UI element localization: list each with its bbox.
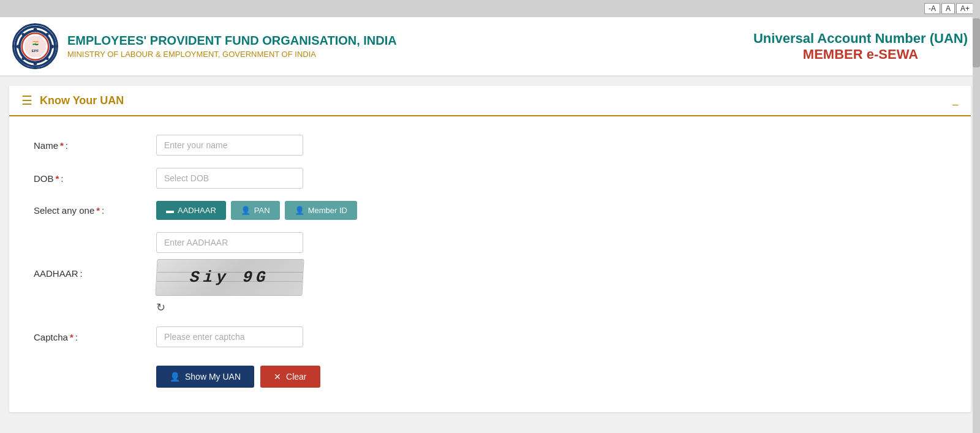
captcha-image: Siy 9G <box>155 259 304 296</box>
svg-point-10 <box>50 45 54 48</box>
svg-point-12 <box>46 57 49 60</box>
dob-required: * <box>56 173 59 184</box>
sewa-title: MEMBER e-SEWA <box>753 47 968 62</box>
svg-point-7 <box>34 28 37 31</box>
font-large-button[interactable]: A+ <box>956 3 974 14</box>
font-small-button[interactable]: -A <box>924 3 940 14</box>
dob-row: DOB * : <box>34 168 946 189</box>
svg-point-9 <box>17 45 20 48</box>
refresh-captcha-button[interactable]: ↻ <box>156 301 165 314</box>
show-uan-button[interactable]: 👤 Show My UAN <box>156 366 254 388</box>
name-row: Name * : <box>34 135 946 156</box>
org-name: EMPLOYEES' PROVIDENT FUND ORGANISATION, … <box>67 34 397 48</box>
header-right: Universal Account Number (UAN) MEMBER e-… <box>753 31 968 62</box>
org-info: EMPLOYEES' PROVIDENT FUND ORGANISATION, … <box>67 34 397 59</box>
member-id-button[interactable]: 👤 Member ID <box>285 201 357 220</box>
select-any-row: Select any one * : ▬ AADHAAR 👤 PAN 👤 Mem… <box>34 201 946 220</box>
name-label: Name * : <box>34 140 156 151</box>
section-header-left: ☰ Know Your UAN <box>21 93 124 108</box>
svg-point-11 <box>21 32 24 36</box>
font-normal-button[interactable]: A <box>941 3 955 14</box>
svg-point-14 <box>21 57 24 60</box>
aadhaar-input[interactable] <box>156 232 303 253</box>
section-header: ☰ Know Your UAN ⎯ <box>9 86 971 116</box>
hamburger-icon[interactable]: ☰ <box>21 93 32 108</box>
captcha-row: Captcha * : <box>34 326 946 347</box>
svg-text:🇮🇳: 🇮🇳 <box>32 40 39 46</box>
dob-input[interactable] <box>156 168 303 189</box>
aadhaar-button[interactable]: ▬ AADHAAR <box>156 201 226 220</box>
logo: 🇮🇳 EPF <box>12 23 58 69</box>
select-required: * <box>96 205 100 216</box>
dob-label: DOB * : <box>34 173 156 184</box>
svg-point-13 <box>46 32 49 36</box>
scrollbar[interactable] <box>973 0 980 433</box>
name-required: * <box>60 140 64 151</box>
section-title: Know Your UAN <box>40 94 124 107</box>
page-header: 🇮🇳 EPF EMPLOYEES' PROVIDENT FUND ORGANIS… <box>0 17 980 77</box>
captcha-image-container: Siy 9G <box>156 259 303 296</box>
aadhaar-section: Siy 9G ↻ <box>156 232 303 314</box>
select-any-label: Select any one * : <box>34 205 156 216</box>
form-area: Name * : DOB * : Select any one * : <box>9 116 971 412</box>
accessibility-bar: -A A A+ <box>0 0 980 17</box>
close-icon: ✕ <box>274 372 281 382</box>
id-type-buttons: ▬ AADHAAR 👤 PAN 👤 Member ID <box>156 201 357 220</box>
pan-button[interactable]: 👤 PAN <box>231 201 280 220</box>
uan-title: Universal Account Number (UAN) <box>753 31 968 47</box>
captcha-display-text: Siy 9G <box>189 268 270 287</box>
user-icon-member: 👤 <box>295 206 304 215</box>
svg-point-8 <box>34 61 37 65</box>
user-icon-pan: 👤 <box>241 206 251 215</box>
header-left: 🇮🇳 EPF EMPLOYEES' PROVIDENT FUND ORGANIS… <box>12 23 397 69</box>
name-input[interactable] <box>156 135 303 156</box>
id-card-icon: ▬ <box>166 206 174 215</box>
aadhaar-row: AADHAAR : Siy 9G ↻ <box>34 232 946 314</box>
captcha-label: Captcha * : <box>34 332 156 342</box>
captcha-input[interactable] <box>156 326 303 347</box>
main-content: ☰ Know Your UAN ⎯ Name * : DOB * : <box>9 86 971 412</box>
aadhaar-label: AADHAAR : <box>34 268 156 279</box>
captcha-required: * <box>70 332 74 342</box>
clear-button[interactable]: ✕ Clear <box>260 366 320 388</box>
svg-text:EPF: EPF <box>32 48 39 52</box>
minimize-button[interactable]: ⎯ <box>952 95 959 106</box>
action-buttons: 👤 Show My UAN ✕ Clear <box>34 366 946 388</box>
scrollbar-thumb[interactable] <box>973 18 980 67</box>
user-icon-show: 👤 <box>170 372 180 382</box>
svg-point-4 <box>24 36 46 57</box>
org-sub: MINISTRY OF LABOUR & EMPLOYMENT, GOVERNM… <box>67 50 397 59</box>
